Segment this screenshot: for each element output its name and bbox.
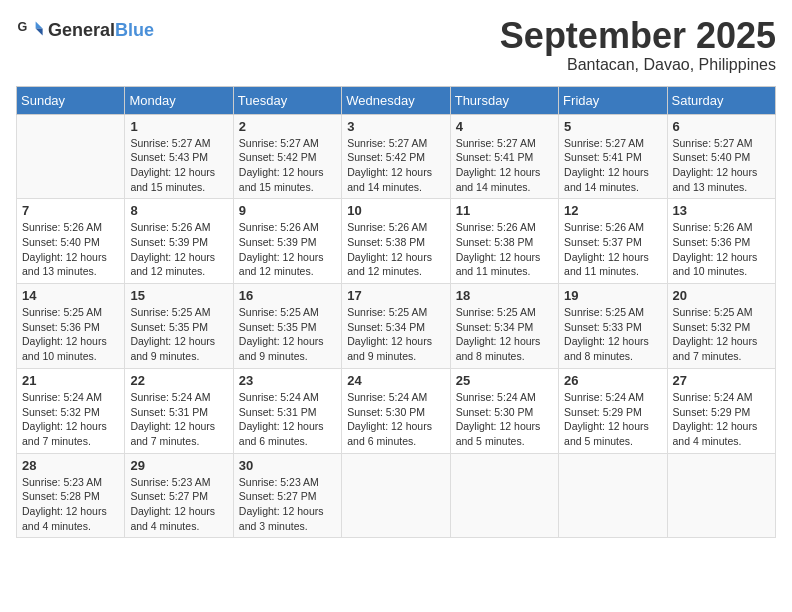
week-row: 1Sunrise: 5:27 AM Sunset: 5:43 PM Daylig… bbox=[17, 114, 776, 199]
column-header-tuesday: Tuesday bbox=[233, 86, 341, 114]
calendar-cell: 28Sunrise: 5:23 AM Sunset: 5:28 PM Dayli… bbox=[17, 453, 125, 538]
day-info: Sunrise: 5:23 AM Sunset: 5:27 PM Dayligh… bbox=[130, 475, 227, 534]
column-header-sunday: Sunday bbox=[17, 86, 125, 114]
calendar-cell: 5Sunrise: 5:27 AM Sunset: 5:41 PM Daylig… bbox=[559, 114, 667, 199]
day-info: Sunrise: 5:25 AM Sunset: 5:35 PM Dayligh… bbox=[239, 305, 336, 364]
calendar-cell: 23Sunrise: 5:24 AM Sunset: 5:31 PM Dayli… bbox=[233, 368, 341, 453]
day-info: Sunrise: 5:26 AM Sunset: 5:40 PM Dayligh… bbox=[22, 220, 119, 279]
calendar-cell: 24Sunrise: 5:24 AM Sunset: 5:30 PM Dayli… bbox=[342, 368, 450, 453]
day-number: 15 bbox=[130, 288, 227, 303]
calendar-cell: 26Sunrise: 5:24 AM Sunset: 5:29 PM Dayli… bbox=[559, 368, 667, 453]
day-number: 14 bbox=[22, 288, 119, 303]
calendar-cell: 2Sunrise: 5:27 AM Sunset: 5:42 PM Daylig… bbox=[233, 114, 341, 199]
day-info: Sunrise: 5:25 AM Sunset: 5:32 PM Dayligh… bbox=[673, 305, 770, 364]
day-info: Sunrise: 5:24 AM Sunset: 5:30 PM Dayligh… bbox=[456, 390, 553, 449]
day-number: 3 bbox=[347, 119, 444, 134]
day-info: Sunrise: 5:27 AM Sunset: 5:41 PM Dayligh… bbox=[564, 136, 661, 195]
calendar-cell: 27Sunrise: 5:24 AM Sunset: 5:29 PM Dayli… bbox=[667, 368, 775, 453]
day-number: 19 bbox=[564, 288, 661, 303]
logo: G GeneralBlue bbox=[16, 16, 154, 44]
svg-text:G: G bbox=[17, 20, 27, 34]
day-number: 24 bbox=[347, 373, 444, 388]
day-info: Sunrise: 5:24 AM Sunset: 5:29 PM Dayligh… bbox=[564, 390, 661, 449]
calendar-cell: 9Sunrise: 5:26 AM Sunset: 5:39 PM Daylig… bbox=[233, 199, 341, 284]
calendar-cell: 10Sunrise: 5:26 AM Sunset: 5:38 PM Dayli… bbox=[342, 199, 450, 284]
day-info: Sunrise: 5:27 AM Sunset: 5:41 PM Dayligh… bbox=[456, 136, 553, 195]
day-info: Sunrise: 5:24 AM Sunset: 5:29 PM Dayligh… bbox=[673, 390, 770, 449]
header-row: SundayMondayTuesdayWednesdayThursdayFrid… bbox=[17, 86, 776, 114]
week-row: 14Sunrise: 5:25 AM Sunset: 5:36 PM Dayli… bbox=[17, 284, 776, 369]
day-number: 9 bbox=[239, 203, 336, 218]
day-number: 29 bbox=[130, 458, 227, 473]
header: G GeneralBlue September 2025 Bantacan, D… bbox=[16, 16, 776, 74]
day-info: Sunrise: 5:25 AM Sunset: 5:34 PM Dayligh… bbox=[456, 305, 553, 364]
day-number: 2 bbox=[239, 119, 336, 134]
day-number: 13 bbox=[673, 203, 770, 218]
week-row: 21Sunrise: 5:24 AM Sunset: 5:32 PM Dayli… bbox=[17, 368, 776, 453]
day-info: Sunrise: 5:26 AM Sunset: 5:38 PM Dayligh… bbox=[347, 220, 444, 279]
calendar-cell: 16Sunrise: 5:25 AM Sunset: 5:35 PM Dayli… bbox=[233, 284, 341, 369]
column-header-wednesday: Wednesday bbox=[342, 86, 450, 114]
day-info: Sunrise: 5:27 AM Sunset: 5:40 PM Dayligh… bbox=[673, 136, 770, 195]
calendar-cell: 6Sunrise: 5:27 AM Sunset: 5:40 PM Daylig… bbox=[667, 114, 775, 199]
day-number: 6 bbox=[673, 119, 770, 134]
calendar-cell: 7Sunrise: 5:26 AM Sunset: 5:40 PM Daylig… bbox=[17, 199, 125, 284]
day-number: 18 bbox=[456, 288, 553, 303]
calendar-cell: 18Sunrise: 5:25 AM Sunset: 5:34 PM Dayli… bbox=[450, 284, 558, 369]
calendar-cell: 20Sunrise: 5:25 AM Sunset: 5:32 PM Dayli… bbox=[667, 284, 775, 369]
calendar-cell: 30Sunrise: 5:23 AM Sunset: 5:27 PM Dayli… bbox=[233, 453, 341, 538]
calendar-cell: 25Sunrise: 5:24 AM Sunset: 5:30 PM Dayli… bbox=[450, 368, 558, 453]
day-info: Sunrise: 5:24 AM Sunset: 5:31 PM Dayligh… bbox=[239, 390, 336, 449]
day-info: Sunrise: 5:27 AM Sunset: 5:42 PM Dayligh… bbox=[239, 136, 336, 195]
day-info: Sunrise: 5:27 AM Sunset: 5:43 PM Dayligh… bbox=[130, 136, 227, 195]
day-number: 21 bbox=[22, 373, 119, 388]
week-row: 7Sunrise: 5:26 AM Sunset: 5:40 PM Daylig… bbox=[17, 199, 776, 284]
day-number: 10 bbox=[347, 203, 444, 218]
calendar-table: SundayMondayTuesdayWednesdayThursdayFrid… bbox=[16, 86, 776, 539]
calendar-cell: 1Sunrise: 5:27 AM Sunset: 5:43 PM Daylig… bbox=[125, 114, 233, 199]
day-info: Sunrise: 5:23 AM Sunset: 5:28 PM Dayligh… bbox=[22, 475, 119, 534]
title-area: September 2025 Bantacan, Davao, Philippi… bbox=[500, 16, 776, 74]
calendar-cell: 15Sunrise: 5:25 AM Sunset: 5:35 PM Dayli… bbox=[125, 284, 233, 369]
calendar-cell bbox=[559, 453, 667, 538]
day-info: Sunrise: 5:24 AM Sunset: 5:31 PM Dayligh… bbox=[130, 390, 227, 449]
calendar-cell: 21Sunrise: 5:24 AM Sunset: 5:32 PM Dayli… bbox=[17, 368, 125, 453]
logo-icon: G bbox=[16, 16, 44, 44]
column-header-friday: Friday bbox=[559, 86, 667, 114]
calendar-cell: 17Sunrise: 5:25 AM Sunset: 5:34 PM Dayli… bbox=[342, 284, 450, 369]
svg-marker-1 bbox=[36, 22, 43, 29]
logo-text-blue: Blue bbox=[115, 20, 154, 40]
day-number: 11 bbox=[456, 203, 553, 218]
day-info: Sunrise: 5:26 AM Sunset: 5:38 PM Dayligh… bbox=[456, 220, 553, 279]
day-info: Sunrise: 5:26 AM Sunset: 5:39 PM Dayligh… bbox=[239, 220, 336, 279]
day-number: 1 bbox=[130, 119, 227, 134]
day-number: 17 bbox=[347, 288, 444, 303]
day-number: 4 bbox=[456, 119, 553, 134]
calendar-cell: 14Sunrise: 5:25 AM Sunset: 5:36 PM Dayli… bbox=[17, 284, 125, 369]
day-number: 7 bbox=[22, 203, 119, 218]
day-number: 8 bbox=[130, 203, 227, 218]
day-info: Sunrise: 5:25 AM Sunset: 5:35 PM Dayligh… bbox=[130, 305, 227, 364]
calendar-cell bbox=[450, 453, 558, 538]
day-number: 30 bbox=[239, 458, 336, 473]
column-header-monday: Monday bbox=[125, 86, 233, 114]
column-header-saturday: Saturday bbox=[667, 86, 775, 114]
column-header-thursday: Thursday bbox=[450, 86, 558, 114]
calendar-cell: 19Sunrise: 5:25 AM Sunset: 5:33 PM Dayli… bbox=[559, 284, 667, 369]
calendar-cell bbox=[342, 453, 450, 538]
calendar-cell: 4Sunrise: 5:27 AM Sunset: 5:41 PM Daylig… bbox=[450, 114, 558, 199]
calendar-cell: 13Sunrise: 5:26 AM Sunset: 5:36 PM Dayli… bbox=[667, 199, 775, 284]
day-info: Sunrise: 5:24 AM Sunset: 5:32 PM Dayligh… bbox=[22, 390, 119, 449]
location-subtitle: Bantacan, Davao, Philippines bbox=[500, 56, 776, 74]
day-info: Sunrise: 5:26 AM Sunset: 5:37 PM Dayligh… bbox=[564, 220, 661, 279]
day-number: 28 bbox=[22, 458, 119, 473]
day-number: 26 bbox=[564, 373, 661, 388]
calendar-cell: 12Sunrise: 5:26 AM Sunset: 5:37 PM Dayli… bbox=[559, 199, 667, 284]
calendar-cell: 11Sunrise: 5:26 AM Sunset: 5:38 PM Dayli… bbox=[450, 199, 558, 284]
day-number: 16 bbox=[239, 288, 336, 303]
day-info: Sunrise: 5:25 AM Sunset: 5:34 PM Dayligh… bbox=[347, 305, 444, 364]
day-info: Sunrise: 5:27 AM Sunset: 5:42 PM Dayligh… bbox=[347, 136, 444, 195]
month-title: September 2025 bbox=[500, 16, 776, 56]
day-number: 12 bbox=[564, 203, 661, 218]
week-row: 28Sunrise: 5:23 AM Sunset: 5:28 PM Dayli… bbox=[17, 453, 776, 538]
